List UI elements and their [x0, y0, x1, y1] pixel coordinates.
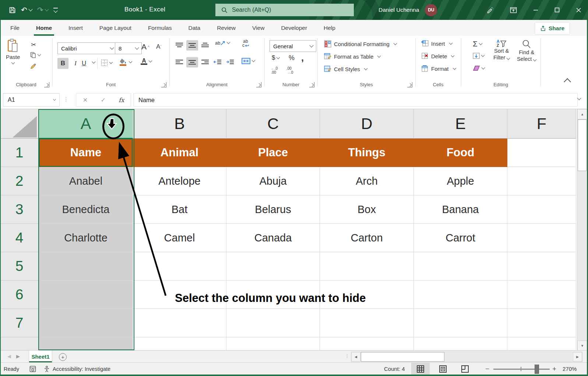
font-size-select[interactable]: 8: [115, 42, 142, 54]
cell-A8[interactable]: [39, 337, 133, 350]
tab-formulas[interactable]: Formulas: [147, 20, 173, 36]
vertical-scrollbar-thumb[interactable]: [578, 119, 587, 171]
format-as-table-button[interactable]: Format as Table: [324, 53, 380, 60]
tab-insert[interactable]: Insert: [68, 20, 84, 36]
cancel-icon[interactable]: ✕: [83, 97, 88, 104]
cell-A7[interactable]: [39, 309, 133, 337]
tab-file[interactable]: File: [10, 20, 20, 36]
share-button[interactable]: Share: [535, 22, 570, 35]
cell-B8[interactable]: [133, 337, 226, 350]
column-header-D[interactable]: D: [320, 109, 414, 139]
cell-A5[interactable]: [39, 252, 133, 281]
column-header-B[interactable]: B: [133, 109, 226, 139]
bottom-align-button[interactable]: [201, 42, 209, 48]
row-header-6[interactable]: 6: [0, 281, 39, 309]
ribbon-display-options-icon[interactable]: [510, 7, 517, 14]
row-header-5[interactable]: 5: [0, 252, 39, 281]
page-layout-view-button[interactable]: [434, 363, 452, 375]
increase-decimal-button[interactable]: ←.0 .00: [271, 67, 278, 74]
accessibility-status[interactable]: Accessibility: Investigate: [53, 363, 110, 375]
scroll-up-icon[interactable]: ▲: [577, 109, 587, 119]
insert-cells-button[interactable]: Insert: [421, 40, 452, 47]
formula-bar-input[interactable]: Name: [133, 93, 578, 107]
ink-pen-icon[interactable]: [486, 6, 494, 14]
middle-align-button[interactable]: [186, 40, 198, 51]
tab-view[interactable]: View: [251, 20, 265, 36]
cell-C5[interactable]: [226, 252, 320, 281]
cell-E3[interactable]: Banana: [414, 195, 507, 224]
row-header-4[interactable]: 4: [0, 224, 39, 252]
collapse-ribbon-icon[interactable]: [564, 78, 571, 86]
column-header-E[interactable]: E: [414, 109, 507, 139]
normal-view-button[interactable]: [411, 363, 430, 375]
clipboard-dialog-launcher[interactable]: [44, 82, 49, 87]
font-color-button[interactable]: A: [141, 58, 152, 65]
maximize-button[interactable]: [554, 7, 560, 13]
zoom-out-icon[interactable]: −: [485, 363, 489, 375]
cell-E6[interactable]: [414, 281, 507, 309]
cell-B7[interactable]: [133, 309, 226, 337]
cell-F6[interactable]: [507, 281, 576, 309]
name-box[interactable]: A1: [3, 93, 60, 107]
tab-home[interactable]: Home: [35, 20, 53, 36]
row-header-3[interactable]: 3: [0, 195, 39, 224]
row-header-1[interactable]: 1: [0, 139, 39, 167]
cell-D4[interactable]: Carton: [320, 224, 414, 252]
horizontal-scrollbar[interactable]: ◀ ▶: [351, 352, 582, 362]
zoom-slider-track[interactable]: [493, 369, 550, 370]
zoom-in-icon[interactable]: +: [552, 363, 556, 375]
grow-font-button[interactable]: A＾: [141, 42, 151, 51]
cell-B2[interactable]: Antelope: [133, 167, 226, 195]
next-sheet-icon[interactable]: ▶: [16, 354, 20, 359]
cell-F2[interactable]: [507, 167, 576, 195]
font-family-select[interactable]: Calibri: [57, 42, 117, 54]
cell-C4[interactable]: Canada: [226, 224, 320, 252]
find-select-button[interactable]: Find &Select: [517, 39, 536, 62]
format-cells-button[interactable]: Format: [421, 65, 456, 72]
sheet-tab-sheet1[interactable]: Sheet1: [29, 351, 52, 362]
scroll-down-icon[interactable]: ▼: [577, 341, 587, 350]
shrink-font-button[interactable]: Aˇ: [156, 43, 162, 51]
italic-button[interactable]: I: [71, 58, 80, 69]
bold-button[interactable]: B: [57, 58, 68, 69]
decrease-decimal-button[interactable]: .00 →.0: [286, 67, 293, 74]
underline-dropdown[interactable]: [91, 62, 95, 63]
center-button[interactable]: [186, 57, 198, 67]
cell-F5[interactable]: [507, 252, 576, 281]
select-all-button[interactable]: [0, 109, 39, 139]
page-break-preview-button[interactable]: [456, 363, 474, 375]
redo-button[interactable]: ↷: [37, 6, 48, 14]
scroll-right-icon[interactable]: ▶: [573, 352, 582, 362]
delete-cells-button[interactable]: Delete: [421, 53, 454, 59]
cell-styles-button[interactable]: Cell Styles: [324, 65, 367, 73]
prev-sheet-icon[interactable]: ◀: [7, 354, 11, 359]
cell-A2[interactable]: Anabel: [39, 167, 133, 195]
new-sheet-icon[interactable]: +: [59, 353, 67, 361]
decrease-indent-button[interactable]: [214, 59, 222, 65]
copy-button[interactable]: [30, 52, 41, 58]
scroll-left-icon[interactable]: ◀: [351, 352, 360, 362]
align-left-button[interactable]: [175, 59, 183, 65]
enter-icon[interactable]: ✓: [101, 97, 106, 104]
accessibility-icon[interactable]: [43, 363, 50, 375]
cell-A1[interactable]: Name: [39, 139, 133, 167]
cell-D2[interactable]: Arch: [320, 167, 414, 195]
cell-A6[interactable]: [39, 281, 133, 309]
cell-F7[interactable]: [507, 309, 576, 337]
accounting-format-button[interactable]: $: [272, 54, 279, 62]
avatar[interactable]: DU: [425, 4, 437, 16]
merge-center-button[interactable]: [242, 58, 255, 64]
conditional-formatting-button[interactable]: Conditional Formatting: [324, 40, 397, 48]
vertical-scrollbar[interactable]: ▲ ▼: [577, 109, 587, 350]
wrap-text-button[interactable]: ab c: [242, 39, 249, 48]
zoom-slider-thumb[interactable]: [535, 365, 539, 374]
clear-button[interactable]: [473, 65, 485, 71]
search-input[interactable]: Search (Alt+Q): [215, 4, 354, 16]
namebox-resize-handle[interactable]: ⋮: [63, 96, 68, 102]
column-header-F[interactable]: F: [507, 109, 576, 139]
increase-indent-button[interactable]: [226, 59, 234, 65]
tab-review[interactable]: Review: [216, 20, 236, 36]
cell-F1[interactable]: [507, 139, 576, 167]
format-painter-button[interactable]: [30, 62, 37, 69]
cell-E1[interactable]: Food: [414, 139, 507, 167]
